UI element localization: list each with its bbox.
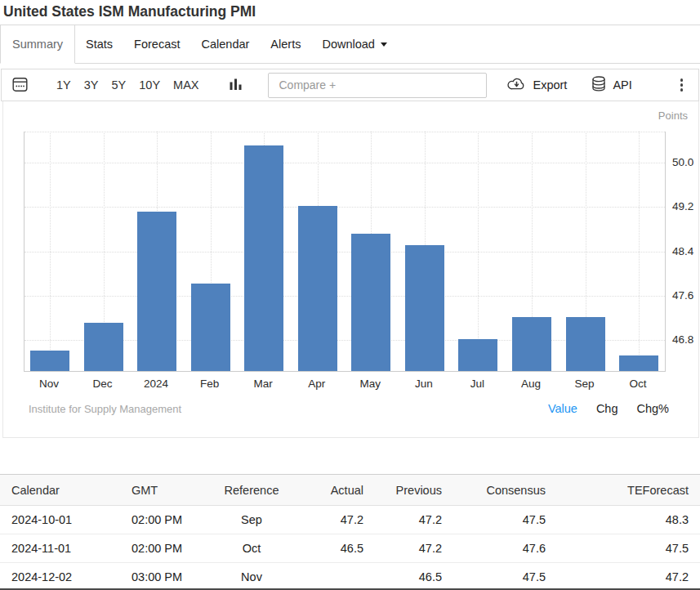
column-header-teforecast: TEForecast — [557, 475, 700, 506]
api-label: API — [613, 78, 631, 92]
mode-value[interactable]: Value — [548, 402, 577, 415]
table-cell: 2024-11-01 — [0, 534, 120, 563]
y-axis-label: 48.4 — [672, 245, 700, 258]
table-row: 2024-12-0203:00 PMNov46.547.547.2 — [0, 563, 700, 590]
column-header-reference: Reference — [212, 475, 291, 506]
tabbar: SummaryStatsForecastCalendarAlertsDownlo… — [0, 25, 700, 64]
kebab-menu-icon — [680, 78, 684, 92]
export-button[interactable]: Export — [507, 77, 567, 93]
range-selector: 1Y3Y5Y10YMAX — [28, 78, 198, 92]
database-icon — [591, 76, 606, 94]
tab-download[interactable]: Download — [311, 25, 398, 64]
column-header-actual: Actual — [291, 475, 375, 506]
tab-alerts[interactable]: Alerts — [260, 25, 311, 64]
tab-label: Forecast — [134, 38, 180, 51]
date-range-button[interactable] — [12, 76, 28, 95]
calendar-icon — [12, 83, 28, 95]
table-cell: 46.5 — [375, 563, 453, 590]
column-header-gmt: GMT — [120, 475, 212, 506]
bar-aug — [512, 317, 551, 371]
table-cell: Oct — [212, 534, 291, 563]
table-cell: 47.2 — [375, 534, 453, 563]
bar-jul — [458, 339, 497, 371]
tab-label: Calendar — [202, 38, 250, 51]
y-axis-label: 49.2 — [672, 200, 700, 213]
range-max[interactable]: MAX — [173, 78, 198, 92]
tab-stats[interactable]: Stats — [75, 25, 123, 64]
bar-dec — [84, 323, 123, 371]
tab-label: Summary — [12, 38, 63, 51]
api-button[interactable]: API — [591, 76, 631, 94]
table-cell: 46.5 — [291, 534, 375, 563]
x-axis-label: Apr — [288, 378, 346, 390]
table-cell: 47.5 — [557, 534, 700, 563]
y-axis-label: 50.0 — [672, 156, 700, 169]
tabbar-filler — [398, 25, 700, 64]
mode-chgpct[interactable]: Chg% — [637, 402, 670, 415]
column-header-consensus: Consensus — [453, 475, 557, 506]
bar-jun — [405, 245, 444, 371]
range-1y[interactable]: 1Y — [56, 78, 71, 92]
gridline — [25, 163, 665, 163]
x-axis-label: Aug — [502, 378, 560, 390]
column-header-calendar: Calendar — [0, 475, 120, 506]
table-cell — [291, 563, 375, 590]
table-row: 2024-10-0102:00 PMSep47.247.247.548.3 — [0, 506, 700, 534]
table-cell: 02:00 PM — [120, 506, 212, 534]
page-title: United States ISM Manufacturing PMI — [0, 0, 700, 25]
bar-apr — [298, 206, 337, 371]
bar-may — [351, 234, 390, 371]
x-axis-label: Feb — [181, 378, 239, 390]
gridline — [25, 296, 665, 297]
y-axis-label: 47.6 — [672, 289, 700, 302]
table-cell: Nov — [212, 563, 291, 590]
range-10y[interactable]: 10Y — [139, 78, 160, 92]
column-header-previous: Previous — [375, 475, 453, 506]
mode-chg[interactable]: Chg — [596, 402, 618, 415]
chart-mode-switch: ValueChgChg% — [548, 402, 669, 415]
table-cell: 47.2 — [375, 506, 453, 534]
table-cell: 48.3 — [557, 506, 700, 534]
chart-footer: Institute for Supply Management ValueChg… — [29, 402, 669, 415]
page: United States ISM Manufacturing PMI Summ… — [0, 0, 700, 590]
gridline — [639, 132, 640, 371]
x-axis-label: Dec — [74, 378, 132, 390]
range-3y[interactable]: 3Y — [84, 78, 99, 92]
x-axis-label: Jun — [395, 378, 453, 390]
table-header-row: CalendarGMTReferenceActualPreviousConsen… — [0, 475, 700, 506]
y-axis-label: 46.8 — [672, 333, 700, 346]
range-5y[interactable]: 5Y — [112, 78, 127, 92]
bar-chart-icon — [230, 78, 242, 92]
axis-unit-label: Points — [658, 110, 688, 122]
bar-feb — [191, 284, 230, 371]
table-cell: 47.6 — [453, 534, 557, 563]
chart-toolbar: 1Y3Y5Y10YMAX Export — [1, 69, 699, 101]
more-options-button[interactable] — [677, 75, 687, 96]
tab-forecast[interactable]: Forecast — [123, 25, 190, 64]
table-row: 2024-11-0102:00 PMOct46.547.247.647.5 — [0, 534, 700, 563]
table-cell: 2024-10-01 — [0, 506, 120, 534]
chart: Points 46.847.648.449.250.0NovDec2024Feb… — [2, 101, 699, 438]
x-axis-label: Sep — [556, 378, 613, 390]
tab-label: Stats — [86, 38, 113, 51]
x-axis-label: Oct — [609, 378, 667, 390]
compare-input[interactable] — [268, 73, 487, 98]
x-axis-label: Mar — [234, 378, 292, 390]
x-axis-label: Nov — [20, 378, 78, 390]
chart-type-button[interactable] — [230, 78, 242, 92]
table-cell: 02:00 PM — [120, 534, 212, 563]
bar-2024 — [137, 212, 176, 371]
tab-calendar[interactable]: Calendar — [191, 25, 261, 64]
tab-summary[interactable]: Summary — [0, 25, 75, 64]
gridline — [25, 132, 665, 132]
table-cell: 47.2 — [557, 563, 700, 590]
bar-mar — [244, 145, 283, 371]
cloud-download-icon — [507, 77, 526, 93]
tab-label: Alerts — [270, 38, 301, 51]
table-cell: 47.2 — [291, 506, 375, 534]
gridline — [50, 132, 51, 371]
x-axis-label: May — [341, 378, 399, 390]
tab-label: Download — [322, 38, 375, 51]
table-cell: 47.5 — [453, 506, 557, 534]
gridline — [478, 132, 479, 371]
